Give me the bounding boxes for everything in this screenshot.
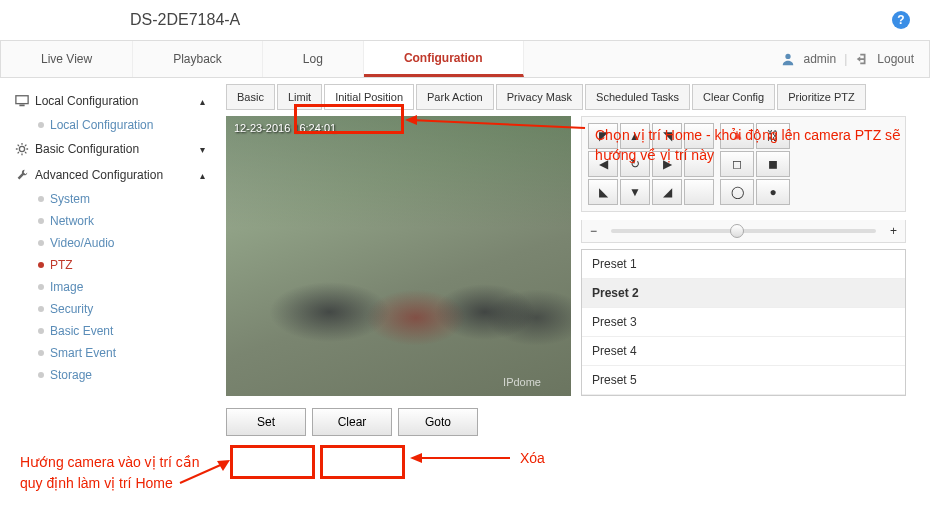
sidebar: Local Configuration ▴ Local Configuratio… (0, 78, 220, 529)
sidebar-item-security[interactable]: Security (0, 298, 220, 320)
set-button[interactable]: Set (226, 408, 306, 436)
subtab-park-action[interactable]: Park Action (416, 84, 494, 110)
iris-open-icon[interactable]: ◯ (720, 179, 754, 205)
video-preview: 12-23-2016 16:24:01 IPdome (226, 116, 571, 396)
ptz-left[interactable]: ◀ (588, 151, 618, 177)
subtab-clear-config[interactable]: Clear Config (692, 84, 775, 110)
preset-5[interactable]: Preset 5 (582, 366, 905, 395)
speed-plus[interactable]: + (884, 224, 903, 238)
svg-rect-1 (16, 96, 28, 104)
main-nav: Live View Playback Log Configuration adm… (0, 40, 930, 78)
speed-minus[interactable]: − (584, 224, 603, 238)
model-label: DS-2DE7184-A (130, 11, 240, 29)
subtab-limit[interactable]: Limit (277, 84, 322, 110)
sidebar-advanced-config[interactable]: Advanced Configuration ▴ (0, 162, 220, 188)
user-icon (781, 52, 795, 66)
preset-4[interactable]: Preset 4 (582, 337, 905, 366)
chevron-up-icon: ▴ (200, 96, 205, 107)
monitor-icon (15, 94, 29, 108)
sidebar-item-network[interactable]: Network (0, 210, 220, 232)
sidebar-local-label: Local Configuration (35, 94, 138, 108)
ptz-empty3 (684, 179, 714, 205)
goto-button[interactable]: Goto (398, 408, 478, 436)
ptz-auto[interactable]: ↻ (620, 151, 650, 177)
logout-link[interactable]: Logout (877, 52, 914, 66)
preset-3[interactable]: Preset 3 (582, 308, 905, 337)
ptz-down-left[interactable]: ◣ (588, 179, 618, 205)
ptz-right[interactable]: ▶ (652, 151, 682, 177)
sidebar-local-config[interactable]: Local Configuration ▴ (0, 88, 220, 114)
tab-playback[interactable]: Playback (133, 41, 263, 77)
username-label: admin (803, 52, 836, 66)
zoom-in-icon[interactable]: 🔺 (720, 123, 754, 149)
sidebar-item-smart-event[interactable]: Smart Event (0, 342, 220, 364)
ptz-down-right[interactable]: ◢ (652, 179, 682, 205)
sidebar-basic-label: Basic Configuration (35, 142, 139, 156)
chevron-up-icon: ▴ (200, 170, 205, 181)
subtab-prioritize-ptz[interactable]: Prioritize PTZ (777, 84, 866, 110)
focus-near-icon[interactable]: ◻ (720, 151, 754, 177)
sidebar-item-image[interactable]: Image (0, 276, 220, 298)
focus-far-icon[interactable]: ◼ (756, 151, 790, 177)
tab-live-view[interactable]: Live View (1, 41, 133, 77)
sidebar-basic-config[interactable]: Basic Configuration ▾ (0, 136, 220, 162)
sidebar-advanced-label: Advanced Configuration (35, 168, 163, 182)
svg-point-0 (786, 54, 791, 59)
sidebar-item-video-audio[interactable]: Video/Audio (0, 232, 220, 254)
slider-thumb[interactable] (730, 224, 744, 238)
ptz-empty2 (684, 151, 714, 177)
svg-point-3 (19, 146, 24, 151)
preset-list[interactable]: Preset 1 Preset 2 Preset 3 Preset 4 Pres… (581, 249, 906, 396)
iris-close-icon[interactable]: ● (756, 179, 790, 205)
sidebar-item-ptz[interactable]: PTZ (0, 254, 220, 276)
logout-icon (855, 52, 869, 66)
gear-icon (15, 142, 29, 156)
ptz-up-right[interactable]: ◥ (652, 123, 682, 149)
preset-2[interactable]: Preset 2 (582, 279, 905, 308)
ptz-down[interactable]: ▼ (620, 179, 650, 205)
tab-configuration[interactable]: Configuration (364, 41, 524, 77)
zoom-out-icon[interactable]: ⛓ (756, 123, 790, 149)
ptz-up[interactable]: ▲ (620, 123, 650, 149)
preset-1[interactable]: Preset 1 (582, 250, 905, 279)
wrench-icon (15, 168, 29, 182)
sidebar-item-local-configuration[interactable]: Local Configuration (0, 114, 220, 136)
sidebar-item-storage[interactable]: Storage (0, 364, 220, 386)
subtab-scheduled-tasks[interactable]: Scheduled Tasks (585, 84, 690, 110)
video-watermark: IPdome (503, 376, 541, 388)
subtab-basic[interactable]: Basic (226, 84, 275, 110)
svg-rect-2 (19, 105, 24, 107)
help-icon[interactable]: ? (892, 11, 910, 29)
sidebar-item-basic-event[interactable]: Basic Event (0, 320, 220, 342)
ptz-up-left[interactable]: ◤ (588, 123, 618, 149)
separator: | (844, 52, 847, 66)
sidebar-item-system[interactable]: System (0, 188, 220, 210)
chevron-down-icon: ▾ (200, 144, 205, 155)
subtab-initial-position[interactable]: Initial Position (324, 84, 414, 110)
video-timestamp: 12-23-2016 16:24:01 (234, 122, 336, 134)
subtab-privacy-mask[interactable]: Privacy Mask (496, 84, 583, 110)
sub-tabs: Basic Limit Initial Position Park Action… (226, 84, 924, 110)
ptz-empty (684, 123, 714, 149)
clear-button[interactable]: Clear (312, 408, 392, 436)
speed-slider[interactable] (611, 229, 876, 233)
tab-log[interactable]: Log (263, 41, 364, 77)
